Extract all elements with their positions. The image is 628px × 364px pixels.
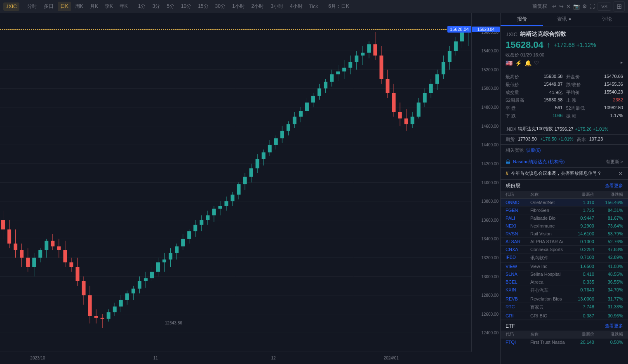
tf-1min[interactable]: 1分 bbox=[136, 2, 148, 11]
tf-duori[interactable]: 多日 bbox=[41, 2, 56, 11]
col-header-change: 涨跌幅 bbox=[594, 192, 623, 197]
tf-fenshi[interactable]: 分时 bbox=[25, 2, 40, 11]
stock-row[interactable]: BCEL Atreca 0.335 36.55% bbox=[501, 278, 628, 286]
undo-icon[interactable]: ↩ bbox=[552, 3, 557, 9]
expand-icon[interactable]: ▸ bbox=[621, 60, 623, 66]
stock-row[interactable]: REVB Revelation Bios 13.0000 31.77% bbox=[501, 295, 628, 303]
news-update[interactable]: 有更新 > bbox=[606, 159, 623, 165]
stock-row[interactable]: ONMD OneMedNet 1.310 156.46% bbox=[501, 199, 628, 207]
stock-row[interactable]: KXIN 开心汽车 0.7640 34.70% bbox=[501, 286, 628, 295]
col-header-price: 最新价 bbox=[565, 192, 594, 197]
date-range-selector[interactable]: 6月：日K bbox=[326, 2, 352, 11]
futures-label: 期货 bbox=[506, 136, 515, 143]
stock-change: 156.46% bbox=[594, 200, 623, 205]
related-label: 相关宽轮 bbox=[506, 147, 524, 153]
stock-ticker: BCEL bbox=[506, 279, 530, 284]
ticker-label[interactable]: .IXIC bbox=[3, 2, 19, 11]
stock-row[interactable]: ALSAR ALPHA STAR Ai 0.1300 52.76% bbox=[501, 238, 628, 246]
vs-button[interactable]: VS bbox=[597, 2, 611, 11]
stat-52high: 52周最高 15630.58 bbox=[506, 97, 563, 104]
tf-rik[interactable]: 日K bbox=[58, 2, 71, 11]
prev-close-btn[interactable]: 前复权 bbox=[530, 2, 550, 11]
tf-1h[interactable]: 1小时 bbox=[230, 2, 247, 11]
stock-price: 7.748 bbox=[565, 304, 594, 310]
etf-more-link[interactable]: 查看更多 bbox=[605, 323, 623, 329]
ndx-row[interactable]: .NDX 纳斯达克100指数 17596.27 +175.26 +1.01% bbox=[501, 123, 628, 135]
stock-row[interactable]: SLNA Selina Hospitali 0.410 48.55% bbox=[501, 270, 628, 278]
stock-row[interactable]: PALI Palisade Bio 0.9447 81.67% bbox=[501, 214, 628, 222]
price-axis-label: 13600.00 bbox=[481, 218, 499, 222]
etf-row[interactable]: FTQI First Trust Nasda 20.140 0.50% bbox=[501, 338, 628, 346]
tf-3h[interactable]: 3小时 bbox=[268, 2, 286, 11]
tf-tick[interactable]: Tick bbox=[307, 2, 321, 11]
futures-high-label: 高水 bbox=[577, 136, 586, 143]
bell-icon[interactable]: 🔔 bbox=[525, 60, 532, 66]
news-source[interactable]: Nasdaq纳斯达克 (机构号) bbox=[513, 159, 603, 165]
etf-ticker: FTQI bbox=[506, 340, 530, 345]
price-axis-label: 15200.00 bbox=[481, 67, 499, 72]
tf-4h[interactable]: 4小时 bbox=[287, 2, 305, 11]
tf-yuek[interactable]: 月K bbox=[87, 2, 101, 11]
lightning-icon[interactable]: ⚡ bbox=[515, 60, 522, 66]
related-link[interactable]: 认股(6) bbox=[526, 147, 541, 153]
camera-icon[interactable]: 📷 bbox=[573, 3, 580, 9]
stock-ticker: REVB bbox=[506, 296, 530, 301]
stocks-section-header: 成份股 查看更多 bbox=[501, 180, 628, 191]
fullscreen-icon[interactable]: ⛶ bbox=[590, 3, 595, 9]
heart-icon[interactable]: ♡ bbox=[534, 60, 539, 66]
stock-row[interactable]: CNXA Connexa Sports 0.2284 47.83% bbox=[501, 246, 628, 254]
tf-niank[interactable]: 年K bbox=[117, 2, 130, 11]
settings-icon[interactable]: ⚙ bbox=[582, 3, 587, 9]
stock-row[interactable]: IFBD 讯鸟软件 0.7100 42.89% bbox=[501, 254, 628, 263]
stock-price: 0.7640 bbox=[565, 287, 594, 294]
chart-area[interactable]: 15628.04 15600.0015400.0015200.0015000.0… bbox=[0, 13, 500, 364]
stock-row[interactable]: RVSN Rail Vision 14.6100 53.79% bbox=[501, 230, 628, 238]
stock-row[interactable]: NEXI NexImmune 9.2900 73.64% bbox=[501, 222, 628, 230]
stocks-table-header: 代码 名称 最新价 涨跌幅 bbox=[501, 191, 628, 199]
country-flag: 🇺🇸 bbox=[506, 60, 513, 66]
time-axis: 2023/1011122024/01 bbox=[0, 352, 471, 364]
stock-change: 31.33% bbox=[594, 304, 623, 310]
time-axis-label: 11 bbox=[153, 356, 158, 360]
stat-amplitude: 振 幅 1.17% bbox=[566, 113, 623, 120]
tf-jik[interactable]: 季K bbox=[102, 2, 115, 11]
etf-table: 代码 名称 最新价 涨跌幅 FTQI First Trust Nasda 20.… bbox=[501, 331, 628, 346]
price-axis-label: 14000.00 bbox=[481, 180, 499, 185]
tab-news[interactable]: 资讯 ● bbox=[543, 13, 586, 26]
tf-30min[interactable]: 30分 bbox=[213, 2, 228, 11]
price-axis-label: 14200.00 bbox=[481, 161, 499, 166]
stock-name: Rail Vision bbox=[530, 231, 565, 236]
stock-price: 0.410 bbox=[565, 272, 594, 277]
chart-wrapper: 15628.04 15600.0015400.0015200.0015000.0… bbox=[0, 13, 500, 364]
stock-row[interactable]: GRI GRI BIO 0.387 30.96% bbox=[501, 312, 628, 320]
tf-5min[interactable]: 5分 bbox=[164, 2, 177, 11]
news-close-icon[interactable]: ✕ bbox=[618, 170, 623, 177]
tab-quote[interactable]: 报价 bbox=[501, 13, 543, 26]
quote-name: 纳斯达克综合指数 bbox=[520, 31, 566, 38]
tf-zhouk[interactable]: 周K bbox=[73, 2, 86, 11]
nasdaq-icon: 🏛 bbox=[506, 159, 510, 165]
tf-15min[interactable]: 15分 bbox=[195, 2, 211, 11]
etf-col-ticker: 代码 bbox=[506, 331, 530, 337]
panel-toggle-icon[interactable]: ⊞ bbox=[614, 1, 625, 12]
quote-title-row: .IXIC 纳斯达克综合指数 bbox=[506, 31, 623, 38]
current-price-axis-label: 15628.04 bbox=[472, 27, 500, 32]
stock-ticker: ONMD bbox=[506, 200, 530, 205]
stock-row[interactable]: RTC 百家云 7.748 31.33% bbox=[501, 303, 628, 312]
stock-change: 30.96% bbox=[594, 313, 623, 318]
main-container: 15628.04 15600.0015400.0015200.0015000.0… bbox=[0, 13, 628, 364]
stock-row[interactable]: FGEN FibroGen 1.725 84.31% bbox=[501, 207, 628, 214]
redo-icon[interactable]: ↪ bbox=[559, 3, 564, 9]
stock-name: Revelation Bios bbox=[530, 296, 565, 301]
tab-analysis[interactable]: 评论 bbox=[586, 13, 628, 26]
price-axis-label: 13200.00 bbox=[481, 255, 499, 260]
tf-2h[interactable]: 2小时 bbox=[249, 2, 267, 11]
close-chart-icon[interactable]: ✕ bbox=[566, 3, 571, 9]
stock-row[interactable]: VIEW View Inc 1.6500 41.03% bbox=[501, 263, 628, 270]
stocks-more-link[interactable]: 查看更多 bbox=[605, 183, 623, 189]
price-axis-label: 15000.00 bbox=[481, 86, 499, 91]
tf-3min[interactable]: 3分 bbox=[150, 2, 162, 11]
tf-10min[interactable]: 10分 bbox=[179, 2, 194, 11]
time-axis-label: 2024/01 bbox=[384, 356, 399, 360]
candlestick-chart[interactable] bbox=[0, 13, 471, 352]
